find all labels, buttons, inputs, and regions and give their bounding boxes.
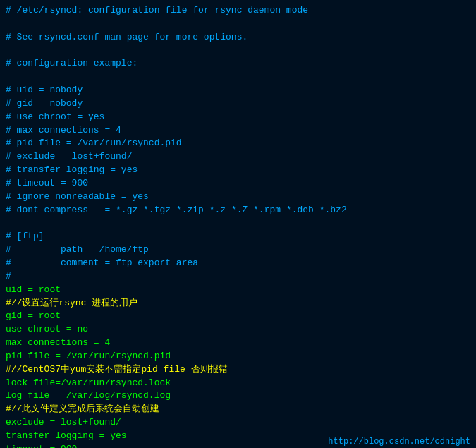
code-editor: # /etc/rsyncd: configuration file for rs… bbox=[0, 0, 476, 448]
url-bar: http://blog.csdn.net/cdnight bbox=[322, 435, 476, 448]
